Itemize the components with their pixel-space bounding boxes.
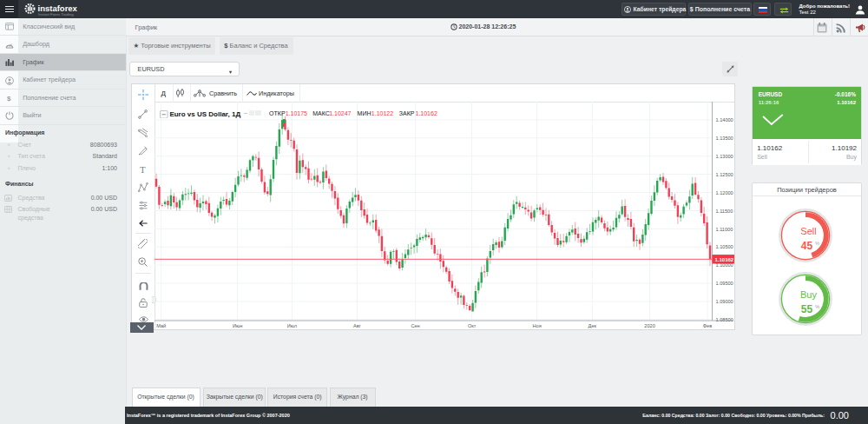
svg-text:Sell: Sell <box>800 227 816 237</box>
svg-text:Ноя: Ноя <box>533 323 542 328</box>
svg-text:1.09000: 1.09000 <box>716 299 733 304</box>
svg-text:Фев: Фев <box>703 323 712 328</box>
svg-text:1.14000: 1.14000 <box>716 117 733 123</box>
svg-text:1.10162: 1.10162 <box>715 256 734 262</box>
svg-text:Дек: Дек <box>589 323 597 328</box>
svg-text:Июл: Июл <box>287 323 297 328</box>
svg-text:Сен: Сен <box>411 323 419 328</box>
svg-text:45: 45 <box>801 240 813 252</box>
svg-text:1.10500: 1.10500 <box>716 244 733 249</box>
svg-text:%: % <box>815 241 820 246</box>
svg-text:1.13500: 1.13500 <box>716 136 733 141</box>
svg-text:Instant Forex Trading: Instant Forex Trading <box>38 11 74 16</box>
svg-text:Buy: Buy <box>800 289 817 300</box>
svg-text:2020: 2020 <box>644 323 654 328</box>
svg-text:Май: Май <box>156 323 166 328</box>
svg-text:Июн: Июн <box>233 323 242 328</box>
svg-text:1.09500: 1.09500 <box>716 281 733 286</box>
svg-text:1.08500: 1.08500 <box>716 317 733 322</box>
svg-text:Окт: Окт <box>468 323 477 328</box>
svg-text:1.13000: 1.13000 <box>716 153 733 158</box>
svg-text:55: 55 <box>801 303 813 315</box>
svg-text:1.12000: 1.12000 <box>716 189 733 195</box>
svg-text:1.12500: 1.12500 <box>716 171 733 176</box>
svg-text:1.11500: 1.11500 <box>716 208 733 213</box>
svg-text:Авг: Авг <box>353 323 361 328</box>
svg-text:1.11000: 1.11000 <box>716 226 733 231</box>
svg-text:%: % <box>815 304 820 309</box>
